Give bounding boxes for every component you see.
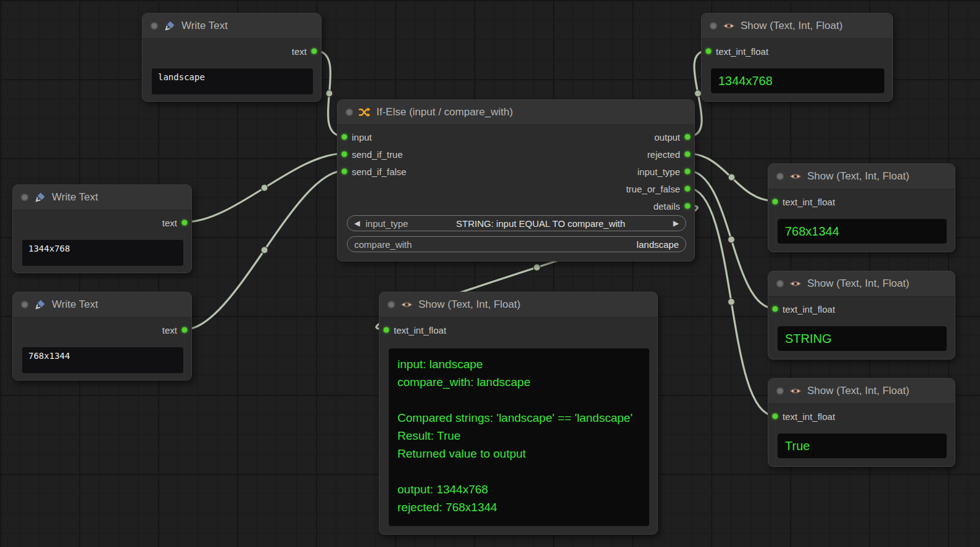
port-label: send_if_false	[352, 167, 406, 177]
node-title: Write Text	[181, 20, 228, 32]
port-label: input_type	[637, 167, 680, 177]
port-label: true_or_false	[626, 184, 680, 194]
port-dot[interactable]	[383, 327, 389, 333]
details-line	[397, 391, 641, 409]
port-label: text_int_float	[783, 197, 835, 207]
details-line: input: landscape	[397, 355, 641, 373]
port-dot[interactable]	[684, 134, 691, 140]
text-field[interactable]: landscape	[152, 68, 313, 94]
collapse-dot[interactable]	[346, 109, 353, 116]
collapse-dot[interactable]	[776, 387, 784, 395]
node-title-bar[interactable]: Show (Text, Int, Float)	[768, 379, 955, 404]
pen-icon	[164, 20, 176, 32]
collapse-dot[interactable]	[776, 173, 784, 180]
input-port-text-int-float[interactable]: text_int_float	[768, 300, 835, 318]
output-port-rejected[interactable]: rejected	[647, 146, 694, 163]
link-midpoint-dot	[261, 184, 268, 191]
output-port-details[interactable]: details	[654, 197, 694, 215]
combo-next-arrow[interactable]: ▶	[673, 219, 679, 228]
details-line: Returned value to output	[397, 445, 641, 463]
collapse-dot[interactable]	[151, 22, 158, 30]
port-dot[interactable]	[772, 199, 778, 205]
input-port-send-if-false[interactable]: send_if_false	[338, 163, 406, 180]
output-port-output[interactable]: output	[654, 128, 694, 146]
node-title-bar[interactable]: Show (Text, Int, Float)	[702, 14, 892, 39]
eye-icon	[789, 170, 802, 183]
link-midpoint-dot	[261, 247, 268, 253]
value-display: 1344x768	[711, 68, 884, 93]
node-title-bar[interactable]: Show (Text, Int, Float)	[768, 271, 955, 297]
input-port-input[interactable]: input	[338, 128, 372, 146]
collapse-dot[interactable]	[776, 280, 784, 287]
text-field[interactable]: 1344x768	[22, 240, 183, 266]
node-title: Write Text	[52, 191, 98, 204]
node-title-bar[interactable]: Write Text	[13, 292, 191, 318]
port-dot[interactable]	[341, 168, 347, 175]
output-port-text[interactable]: text	[162, 214, 191, 231]
input-port-text-int-float[interactable]: text_int_float	[702, 43, 768, 60]
node-title-bar[interactable]: Write Text	[143, 14, 321, 39]
input-port-text-int-float[interactable]: text_int_float	[768, 193, 835, 210]
node-show-output[interactable]: Show (Text, Int, Float) text_int_float 1…	[701, 13, 893, 102]
details-line: Compared strings: 'landscape' == 'landsc…	[397, 409, 641, 427]
port-dot[interactable]	[311, 48, 317, 54]
port-dot[interactable]	[684, 151, 691, 157]
port-label: output	[654, 132, 680, 142]
node-write-text-2[interactable]: Write Text text 1344x768	[12, 184, 192, 273]
output-port-input-type[interactable]: input_type	[637, 163, 694, 180]
link-midpoint-dot	[728, 236, 735, 243]
collapse-dot[interactable]	[21, 194, 28, 201]
node-title-bar[interactable]: Write Text	[13, 185, 191, 210]
node-title-bar[interactable]: Show (Text, Int, Float)	[380, 292, 657, 318]
value-display: 768x1344	[778, 219, 947, 244]
collapse-dot[interactable]	[21, 301, 28, 308]
text-widget-compare-with[interactable]: compare_with landscape	[347, 236, 686, 252]
port-dot[interactable]	[181, 220, 188, 226]
details-line: output: 1344x768	[397, 480, 641, 498]
node-graph-canvas[interactable]: Write Text text landscape Write Text tex…	[0, 0, 980, 547]
node-title: Show (Text, Int, Float)	[418, 298, 520, 311]
port-dot[interactable]	[684, 168, 691, 175]
combo-widget-input-type[interactable]: ◀ input_type STRING: input EQUAL TO comp…	[347, 215, 686, 231]
node-show-true-or-false[interactable]: Show (Text, Int, Float) text_int_float T…	[768, 378, 955, 467]
output-port-text[interactable]: text	[162, 321, 191, 339]
port-dot[interactable]	[772, 413, 778, 419]
details-line: compare_with: landscape	[397, 373, 641, 391]
combo-widget-label: input_type	[365, 218, 408, 229]
combo-prev-arrow[interactable]: ◀	[354, 219, 360, 228]
node-write-text-1[interactable]: Write Text text landscape	[142, 13, 322, 102]
input-port-text-int-float[interactable]: text_int_float	[380, 321, 446, 339]
node-show-details[interactable]: Show (Text, Int, Float) text_int_float i…	[379, 292, 658, 535]
node-write-text-3[interactable]: Write Text text 768x1344	[12, 292, 192, 380]
port-label: text	[162, 218, 177, 228]
port-dot[interactable]	[705, 48, 712, 54]
node-show-rejected[interactable]: Show (Text, Int, Float) text_int_float 7…	[768, 163, 955, 252]
text-field[interactable]: 768x1344	[22, 347, 183, 373]
link-midpoint-dot	[326, 90, 333, 97]
port-dot[interactable]	[772, 306, 778, 312]
node-if-else[interactable]: If-Else (input / compare_with) input sen…	[337, 99, 695, 261]
link-midpoint-dot	[695, 90, 702, 97]
output-port-true-or-false[interactable]: true_or_false	[626, 180, 694, 197]
eye-icon	[401, 298, 413, 311]
port-label: rejected	[647, 149, 680, 160]
collapse-dot[interactable]	[710, 22, 717, 30]
output-port-text[interactable]: text	[292, 43, 321, 60]
port-dot[interactable]	[181, 327, 188, 333]
node-title-bar[interactable]: Show (Text, Int, Float)	[768, 164, 955, 189]
input-port-send-if-true[interactable]: send_if_true	[338, 146, 403, 163]
node-show-input-type[interactable]: Show (Text, Int, Float) text_int_float S…	[768, 271, 955, 360]
port-dot[interactable]	[341, 151, 347, 157]
link-input-type-to-show	[688, 171, 774, 308]
port-dot[interactable]	[341, 134, 347, 140]
input-port-text-int-float[interactable]: text_int_float	[768, 408, 835, 425]
port-label: details	[654, 201, 680, 212]
port-dot[interactable]	[684, 203, 691, 209]
port-label: text_int_float	[716, 46, 768, 57]
link-midpoint-dot	[728, 298, 735, 305]
node-title: Show (Text, Int, Float)	[807, 278, 909, 290]
port-dot[interactable]	[684, 186, 691, 192]
eye-icon	[723, 20, 735, 32]
collapse-dot[interactable]	[388, 301, 395, 308]
node-title-bar[interactable]: If-Else (input / compare_with)	[338, 100, 694, 125]
